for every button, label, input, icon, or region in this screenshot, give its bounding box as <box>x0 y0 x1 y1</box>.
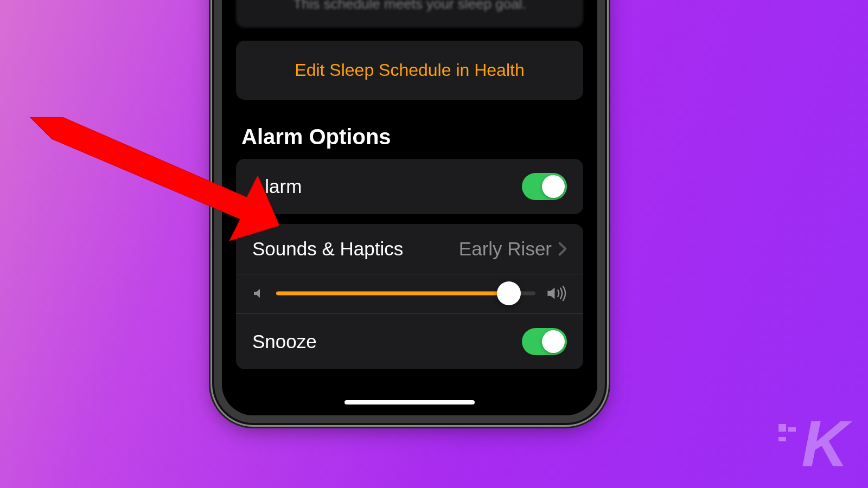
sounds-haptics-group: Sounds & Haptics Early Riser <box>236 224 583 369</box>
chevron-right-icon <box>558 241 567 256</box>
phone-bottom-port <box>302 421 324 423</box>
slider-fill <box>276 292 505 296</box>
toggle-knob <box>542 330 565 353</box>
alarm-label: Alarm <box>252 176 302 197</box>
edit-sleep-schedule-button[interactable]: Edit Sleep Schedule in Health <box>236 41 583 100</box>
sounds-haptics-label: Sounds & Haptics <box>252 238 403 260</box>
volume-slider[interactable] <box>276 291 535 296</box>
snooze-label: Snooze <box>252 331 317 352</box>
phone-frame: This schedule meets your sleep goal. Edi… <box>214 0 605 423</box>
sounds-haptics-row[interactable]: Sounds & Haptics Early Riser <box>236 224 583 274</box>
banner-text: This schedule meets your sleep goal. <box>293 0 526 12</box>
section-title-alarm-options: Alarm Options <box>241 125 583 149</box>
alarm-toggle[interactable] <box>522 173 567 200</box>
snooze-row: Snooze <box>236 314 583 369</box>
alarm-row: Alarm <box>236 159 583 214</box>
toggle-knob <box>542 175 565 198</box>
home-indicator[interactable] <box>344 400 475 404</box>
schedule-goal-banner: This schedule meets your sleep goal. <box>236 0 583 28</box>
edit-sleep-schedule-label: Edit Sleep Schedule in Health <box>295 60 524 80</box>
watermark-logo: K <box>778 414 846 473</box>
watermark-letter: K <box>801 414 846 473</box>
snooze-toggle[interactable] <box>522 328 567 355</box>
slider-thumb[interactable] <box>497 281 521 305</box>
screen: This schedule meets your sleep goal. Edi… <box>222 0 597 415</box>
volume-high-icon <box>546 285 567 301</box>
volume-low-icon <box>252 286 265 301</box>
volume-slider-row <box>236 274 583 314</box>
sounds-haptics-value: Early Riser <box>459 238 552 260</box>
phone-side-button <box>214 230 215 252</box>
alarm-toggle-group: Alarm <box>236 159 583 214</box>
sounds-haptics-right: Early Riser <box>459 238 567 260</box>
